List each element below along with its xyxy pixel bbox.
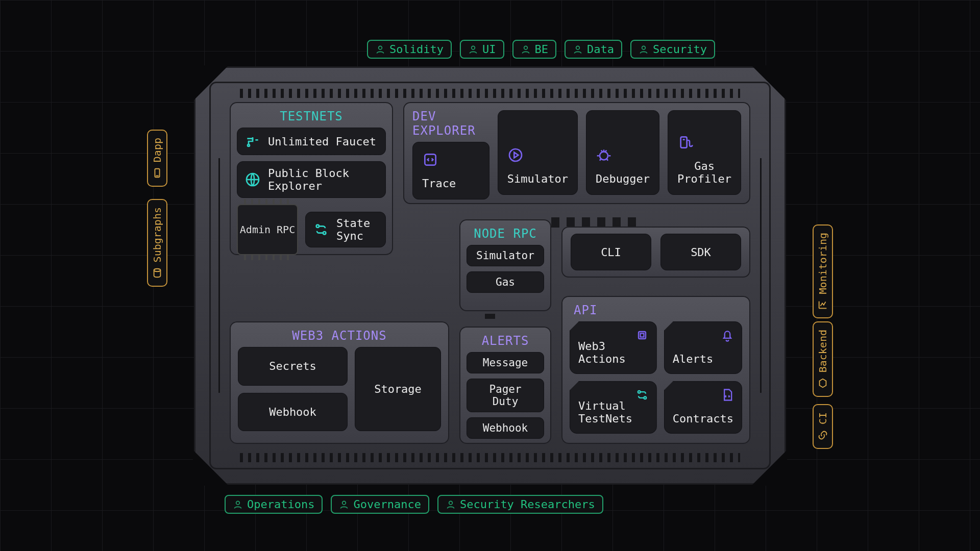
link-icon: [817, 430, 828, 441]
pill-webhook[interactable]: Webhook: [467, 417, 544, 439]
tag-governance[interactable]: Governance: [331, 495, 429, 514]
slits-left: [218, 158, 220, 393]
svg-point-14: [323, 232, 326, 234]
play-icon: [507, 147, 524, 163]
pill-pagerduty[interactable]: Pager Duty: [467, 379, 544, 412]
svg-point-0: [379, 46, 382, 49]
globe-icon: [244, 171, 261, 188]
side-pill-label: Subgraphs: [151, 207, 163, 262]
tag-security[interactable]: Security: [630, 40, 715, 59]
bug-icon: [596, 147, 612, 163]
svg-point-1: [472, 46, 475, 49]
tag-label: Security: [653, 43, 707, 56]
api-card-alerts[interactable]: Alerts: [664, 321, 742, 374]
side-pill-label: Monitoring: [817, 233, 829, 294]
card-cli[interactable]: CLI: [571, 234, 651, 270]
svg-rect-15: [425, 154, 435, 165]
chip-label: Admin RPC: [240, 223, 295, 236]
card-label: Gas Profiler: [677, 160, 731, 185]
hex-icon: [817, 378, 828, 389]
pill-message[interactable]: Message: [467, 352, 544, 373]
card-label: Unlimited Faucet: [268, 135, 376, 148]
svg-point-6: [342, 501, 346, 505]
card-unlimited-faucet[interactable]: Unlimited Faucet: [237, 128, 386, 155]
tag-ui[interactable]: UI: [460, 40, 504, 59]
file-icon: [720, 388, 734, 402]
person-icon: [375, 44, 385, 55]
card-label: Trace: [422, 177, 456, 190]
panel-web3-actions: WEB3 ACTIONS Secrets Webhook Storage: [230, 321, 449, 444]
top-tag-row: Solidity UI BE Data Security: [347, 40, 735, 59]
chart-icon: [817, 299, 828, 310]
api-card-contracts[interactable]: Contracts: [664, 381, 742, 434]
svg-point-10: [154, 269, 161, 272]
tag-security-researchers[interactable]: Security Researchers: [437, 495, 603, 514]
tag-label: BE: [535, 43, 549, 56]
card-storage[interactable]: Storage: [355, 347, 441, 431]
api-card-label: Virtual TestNets: [578, 399, 648, 425]
card-label: State Sync: [336, 217, 378, 242]
card-public-explorer[interactable]: Public Block Explorer: [237, 161, 386, 198]
side-pill-label: Dapp: [151, 138, 163, 162]
pill-gas[interactable]: Gas: [467, 271, 544, 293]
panel-testnets: TESTNETS Unlimited Faucet Public Block E…: [230, 102, 393, 255]
panel-title: WEB3 ACTIONS: [230, 321, 449, 347]
svg-point-13: [316, 225, 319, 228]
api-card-label: Contracts: [673, 412, 733, 425]
svg-point-11: [248, 144, 250, 146]
panel-title: NODE RPC: [459, 219, 551, 245]
card-secrets[interactable]: Secrets: [238, 347, 348, 386]
card-label: Debugger: [596, 172, 650, 185]
tag-solidity[interactable]: Solidity: [367, 40, 452, 59]
svg-point-3: [576, 46, 580, 49]
panel-title: API: [561, 296, 750, 321]
cpu-icon: [635, 328, 649, 342]
ticks-bottom: [240, 453, 740, 462]
bell-icon: [720, 328, 734, 342]
ticks-top: [240, 89, 740, 98]
side-pill-label: CI: [817, 412, 829, 424]
card-trace[interactable]: Trace: [412, 142, 489, 199]
svg-rect-18: [681, 137, 687, 147]
tag-be[interactable]: BE: [512, 40, 557, 59]
panel-api: API Web3 Actions Alerts Virtual TestNets: [561, 296, 750, 444]
tag-label: Data: [587, 43, 614, 56]
person-icon: [521, 44, 531, 55]
card-debugger[interactable]: Debugger: [586, 110, 659, 195]
tag-label: Operations: [247, 498, 314, 511]
faucet-icon: [244, 133, 261, 149]
card-state-sync[interactable]: State Sync: [305, 212, 386, 247]
tag-operations[interactable]: Operations: [225, 495, 323, 514]
svg-point-22: [644, 397, 646, 399]
card-webhook[interactable]: Webhook: [238, 393, 348, 432]
chip-admin-rpc[interactable]: Admin RPC: [237, 204, 298, 255]
card-label: Public Block Explorer: [268, 167, 378, 192]
device-icon: [152, 167, 163, 179]
api-card-virtual-testnets[interactable]: Virtual TestNets: [570, 381, 657, 434]
panel-alerts: ALERTS Message Pager Duty Webhook: [459, 327, 551, 444]
api-card-web3-actions[interactable]: Web3 Actions: [570, 321, 657, 374]
side-pill-backend[interactable]: Backend: [813, 321, 833, 397]
tag-label: UI: [482, 43, 496, 56]
svg-point-4: [642, 46, 646, 49]
architecture-board: TESTNETS Unlimited Faucet Public Block E…: [194, 66, 786, 485]
side-pill-monitoring[interactable]: Monitoring: [813, 224, 833, 318]
bottom-tag-row: Operations Governance Security Researche…: [225, 495, 603, 514]
card-sdk[interactable]: SDK: [660, 234, 741, 270]
svg-point-21: [638, 391, 641, 393]
side-pill-dapp[interactable]: Dapp: [147, 130, 167, 187]
card-gas-profiler[interactable]: Gas Profiler: [668, 110, 741, 195]
tag-data[interactable]: Data: [565, 40, 622, 59]
person-icon: [468, 44, 478, 55]
api-card-label: Alerts: [673, 353, 713, 365]
svg-point-16: [509, 149, 522, 161]
pill-simulator[interactable]: Simulator: [467, 245, 544, 266]
panel-title: ALERTS: [459, 327, 551, 352]
side-pill-subgraphs[interactable]: Subgraphs: [147, 199, 167, 287]
gas-icon: [677, 134, 694, 151]
db-icon: [152, 267, 163, 279]
side-pill-ci[interactable]: CI: [813, 404, 833, 449]
panel-dev-explorer: DEV EXPLORER Trace Simulator Debugger: [403, 102, 750, 204]
side-pill-label: Backend: [817, 330, 829, 372]
card-simulator[interactable]: Simulator: [498, 110, 578, 195]
